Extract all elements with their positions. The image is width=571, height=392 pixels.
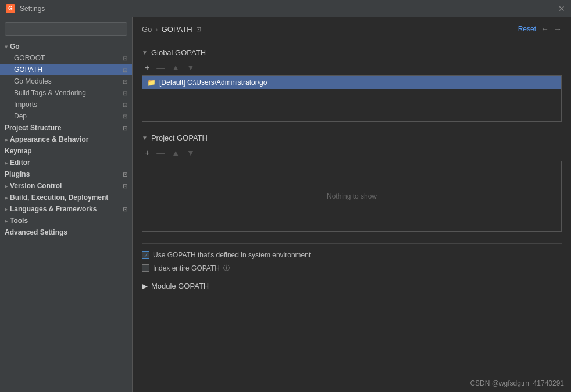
sidebar-tools-label: Tools: [10, 217, 127, 225]
sidebar-item-plugins[interactable]: Plugins ⊡: [0, 168, 132, 180]
languages-icon: ⊡: [123, 206, 127, 213]
use-gopath-env-label: Use GOPATH that's defined in system envi…: [153, 251, 311, 259]
sidebar-go-label: Go: [10, 42, 127, 51]
sidebar-projectstructure-label: Project Structure: [5, 124, 123, 132]
title-bar: G Settings ✕: [0, 0, 571, 17]
sidebar-item-versioncontrol[interactable]: ▸ Version Control ⊡: [0, 180, 132, 192]
use-gopath-env-checkbox[interactable]: [142, 251, 149, 259]
sidebar-buildtags-label: Build Tags & Vendoring: [14, 89, 123, 97]
help-icon[interactable]: ⓘ: [223, 264, 230, 272]
project-gopath-up-btn[interactable]: ▲: [169, 147, 183, 159]
editor-expand-arrow: ▸: [5, 160, 8, 166]
global-gopath-item-label: [Default] C:\Users\Administrator\go: [159, 78, 267, 87]
close-button[interactable]: ✕: [558, 4, 565, 13]
project-gopath-section: ▼ Project GOPATH + — ▲ ▼ Nothing to show: [142, 134, 562, 232]
global-gopath-down-btn[interactable]: ▼: [184, 62, 198, 73]
breadcrumb-current: GOPATH: [162, 25, 192, 34]
sidebar-gopath-label: GOPATH: [14, 66, 123, 74]
module-gopath-section[interactable]: ▶ Module GOPATH: [142, 279, 562, 293]
global-gopath-remove-btn[interactable]: —: [154, 62, 167, 73]
sidebar-item-advanced[interactable]: Advanced Settings: [0, 226, 132, 238]
imports-settings-icon: ⊡: [123, 102, 127, 108]
sidebar-item-buildtags[interactable]: Build Tags & Vendoring ⊡: [0, 87, 132, 99]
bookmark-icon: ⊡: [196, 26, 201, 33]
project-gopath-add-btn[interactable]: +: [142, 147, 152, 159]
module-gopath-title: Module GOPATH: [151, 282, 209, 290]
project-gopath-down-btn[interactable]: ▼: [184, 147, 198, 159]
sidebar-item-build[interactable]: ▸ Build, Execution, Deployment: [0, 192, 132, 203]
sidebar-item-projectstructure[interactable]: Project Structure ⊡: [0, 122, 132, 134]
global-gopath-header[interactable]: ▼ Global GOPATH: [142, 48, 562, 57]
sidebar-item-go[interactable]: ▾ Go: [0, 41, 132, 52]
versioncontrol-icon: ⊡: [123, 183, 127, 189]
index-gopath-checkbox[interactable]: [142, 264, 149, 272]
breadcrumb: Go › GOPATH ⊡: [142, 25, 201, 34]
global-gopath-item[interactable]: 📁 [Default] C:\Users\Administrator\go: [142, 76, 561, 89]
global-gopath-title: Global GOPATH: [151, 48, 206, 57]
search-wrapper: 🔍: [5, 22, 127, 36]
sidebar-item-gomodules[interactable]: Go Modules ⊡: [0, 75, 132, 87]
project-gopath-empty: Nothing to show: [142, 161, 561, 231]
sidebar-item-dep[interactable]: Dep ⊡: [0, 110, 132, 122]
sidebar-item-goroot[interactable]: GOROOT ⊡: [0, 52, 132, 64]
sidebar-keymap-label: Keymap: [5, 147, 127, 155]
sidebar-item-tools[interactable]: ▸ Tools: [0, 215, 132, 226]
search-input[interactable]: [5, 22, 127, 36]
dep-settings-icon: ⊡: [123, 113, 127, 120]
gopath-settings-icon: ⊡: [123, 67, 127, 73]
go-expand-arrow: ▾: [5, 44, 8, 50]
plugins-icon: ⊡: [123, 171, 127, 178]
sidebar-goroot-label: GOROOT: [14, 54, 123, 62]
languages-expand-arrow: ▸: [5, 206, 8, 213]
content-body: ▼ Global GOPATH + — ▲ ▼ 📁 [Default] C:\U…: [133, 41, 571, 392]
global-gopath-section: ▼ Global GOPATH + — ▲ ▼ 📁 [Default] C:\U…: [142, 48, 562, 122]
sidebar-appearance-label: Appearance & Behavior: [10, 135, 127, 143]
global-gopath-add-btn[interactable]: +: [142, 62, 152, 73]
module-gopath-toggle-icon: ▶: [142, 282, 148, 290]
project-gopath-list: Nothing to show: [142, 161, 562, 232]
goroot-settings-icon: ⊡: [123, 55, 127, 62]
sidebar: 🔍 ▾ Go GOROOT ⊡ GOPATH ⊡ Go Modules ⊡ Bu…: [0, 17, 133, 392]
appearance-expand-arrow: ▸: [5, 136, 8, 143]
option-index-gopath: Index entire GOPATH ⓘ: [142, 261, 562, 275]
sidebar-item-keymap[interactable]: Keymap: [0, 145, 132, 157]
sidebar-imports-label: Imports: [14, 100, 123, 109]
sidebar-editor-label: Editor: [10, 159, 127, 167]
sidebar-item-languages[interactable]: ▸ Languages & Frameworks ⊡: [0, 203, 132, 215]
folder-icon: 📁: [147, 78, 156, 87]
breadcrumb-separator: ›: [155, 25, 158, 34]
main-container: 🔍 ▾ Go GOROOT ⊡ GOPATH ⊡ Go Modules ⊡ Bu…: [0, 17, 571, 392]
global-gopath-list: 📁 [Default] C:\Users\Administrator\go: [142, 75, 562, 122]
project-gopath-toolbar: + — ▲ ▼: [142, 147, 562, 159]
sidebar-item-appearance[interactable]: ▸ Appearance & Behavior: [0, 134, 132, 145]
sidebar-versioncontrol-label: Version Control: [10, 182, 123, 190]
versioncontrol-expand-arrow: ▸: [5, 183, 8, 189]
title-bar-title: Settings: [20, 5, 45, 13]
sidebar-languages-label: Languages & Frameworks: [10, 205, 123, 213]
projectstructure-icon: ⊡: [123, 125, 127, 131]
breadcrumb-parent: Go: [142, 25, 152, 34]
build-expand-arrow: ▸: [5, 195, 8, 201]
sidebar-item-imports[interactable]: Imports ⊡: [0, 99, 132, 110]
nav-back-button[interactable]: ←: [541, 24, 549, 34]
global-gopath-toggle-icon: ▼: [142, 49, 148, 56]
nav-forward-button[interactable]: →: [554, 24, 562, 34]
sidebar-dep-label: Dep: [14, 112, 123, 120]
reset-button[interactable]: Reset: [518, 25, 536, 33]
sidebar-build-label: Build, Execution, Deployment: [10, 193, 127, 202]
title-bar-left: G Settings: [6, 4, 45, 13]
sidebar-advanced-label: Advanced Settings: [5, 228, 127, 236]
buildtags-settings-icon: ⊡: [123, 90, 127, 96]
index-gopath-label: Index entire GOPATH: [153, 264, 220, 272]
content-header: Go › GOPATH ⊡ Reset ← →: [133, 17, 571, 41]
project-gopath-remove-btn[interactable]: —: [154, 147, 167, 159]
sidebar-item-gopath[interactable]: GOPATH ⊡: [0, 64, 132, 75]
app-icon: G: [6, 4, 15, 13]
sidebar-item-editor[interactable]: ▸ Editor: [0, 157, 132, 168]
project-gopath-header[interactable]: ▼ Project GOPATH: [142, 134, 562, 142]
search-box: 🔍: [0, 17, 132, 41]
options-area: Use GOPATH that's defined in system envi…: [142, 243, 562, 279]
header-actions: Reset ← →: [518, 24, 562, 34]
global-gopath-up-btn[interactable]: ▲: [169, 62, 183, 73]
gomodules-settings-icon: ⊡: [123, 78, 127, 85]
